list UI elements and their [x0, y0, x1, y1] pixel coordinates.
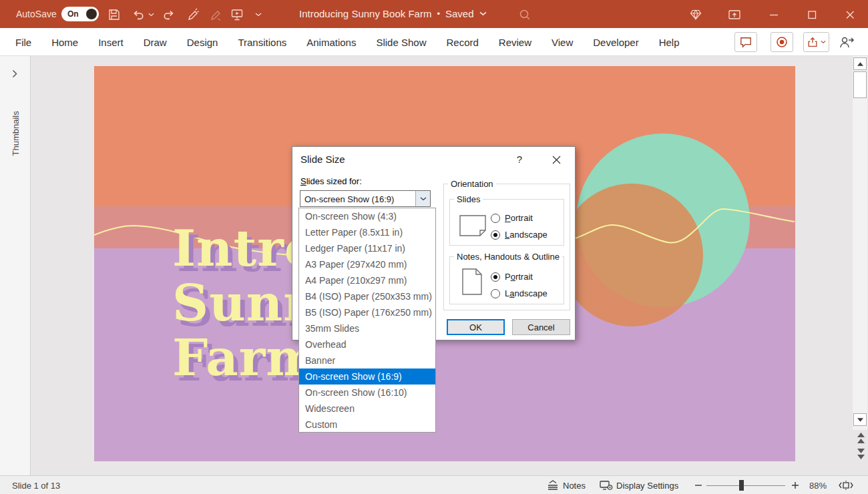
scroll-up-button[interactable] [853, 57, 867, 70]
size-option[interactable]: 35mm Slides [299, 320, 435, 336]
record-button[interactable] [771, 32, 793, 52]
minimize-button[interactable] [767, 7, 781, 22]
minimize-icon [767, 8, 781, 21]
undo-icon [132, 8, 145, 21]
start-slideshow-button[interactable] [230, 7, 244, 22]
title-separator: • [437, 9, 440, 19]
thumbnails-panel-collapsed[interactable]: Thumbnails [0, 56, 31, 475]
ribbon-display-options-button[interactable] [727, 7, 742, 22]
comments-button[interactable] [734, 32, 757, 52]
double-up-icon [857, 433, 865, 438]
tab-view[interactable]: View [541, 37, 583, 48]
orientation-group-label: Orientation [448, 179, 496, 189]
size-option[interactable]: Ledger Paper (11x17 in) [299, 240, 435, 256]
zoom-level[interactable]: 88% [809, 481, 827, 491]
undo-dropdown-chevron-icon[interactable] [146, 7, 156, 22]
size-option[interactable]: Letter Paper (8.5x11 in) [299, 224, 435, 240]
tab-slide-show[interactable]: Slide Show [366, 37, 436, 48]
slide-size-listbox[interactable]: On-screen Show (4:3)Letter Paper (8.5x11… [298, 208, 436, 433]
autosave-toggle[interactable]: On [61, 7, 99, 21]
size-option[interactable]: On-screen Show (4:3) [299, 208, 435, 224]
share-icon [807, 36, 819, 48]
tab-developer[interactable]: Developer [583, 37, 648, 48]
slides-sized-for-label: Slides sized for: [300, 176, 362, 186]
size-option[interactable]: B4 (ISO) Paper (250x353 mm) [299, 288, 435, 304]
notes-icon [546, 480, 560, 491]
ok-button[interactable]: OK [447, 319, 505, 335]
fit-slide-to-window-button[interactable] [838, 480, 854, 491]
close-button[interactable] [843, 7, 857, 22]
tab-design[interactable]: Design [177, 37, 228, 48]
size-option[interactable]: B5 (ISO) Paper (176x250 mm) [299, 304, 435, 320]
tab-help[interactable]: Help [649, 37, 690, 48]
share-button[interactable] [803, 32, 829, 52]
slides-landscape-radio[interactable]: Landscape [491, 230, 548, 240]
document-title[interactable]: Introducing Sunny Book Farm • Saved [299, 8, 487, 19]
zoom-in-button[interactable] [790, 480, 801, 491]
zoom-out-button[interactable] [693, 480, 704, 491]
size-option[interactable]: On-screen Show (16:10) [299, 385, 435, 401]
ink-replay-button[interactable] [186, 7, 200, 22]
redo-icon [162, 8, 176, 21]
size-option[interactable]: A4 Paper (210x297 mm) [299, 272, 435, 288]
display-settings-button[interactable]: Display Settings [600, 476, 678, 494]
save-button[interactable] [107, 7, 122, 22]
previous-slide-button[interactable] [855, 431, 866, 445]
thumbnails-panel-label: Thumbnails [11, 138, 21, 156]
document-title-text: Introducing Sunny Book Farm [299, 8, 431, 19]
notes-button[interactable]: Notes [546, 476, 586, 494]
notes-portrait-radio[interactable]: Portrait [491, 272, 533, 282]
tab-animations[interactable]: Animations [296, 37, 366, 48]
radio-label: Portrait [505, 213, 533, 223]
customize-qat-chevron-icon[interactable] [254, 7, 263, 22]
cancel-button[interactable]: Cancel [512, 319, 570, 335]
scrollbar-thumb[interactable] [853, 71, 867, 98]
display-settings-icon [600, 480, 613, 491]
tab-draw[interactable]: Draw [134, 37, 177, 48]
toggle-knob-icon [86, 9, 97, 19]
size-option[interactable]: Custom [299, 417, 435, 433]
redo-button[interactable] [162, 7, 176, 22]
dialog-help-button[interactable]: ? [513, 154, 526, 165]
dialog-close-button[interactable] [548, 152, 564, 167]
expand-thumbnails-chevron-icon[interactable] [12, 69, 17, 78]
close-icon [843, 8, 857, 21]
size-option[interactable]: Banner [299, 352, 435, 368]
ribbon-tab-bar: FileHomeInsertDrawDesignTransitionsAnima… [0, 28, 868, 56]
presenter-coach-button[interactable] [835, 33, 858, 51]
notes-landscape-radio[interactable]: Landscape [491, 288, 548, 298]
premium-diamond-icon[interactable] [688, 7, 703, 22]
radio-icon [491, 272, 500, 282]
vertical-scrollbar[interactable] [853, 56, 867, 430]
size-option[interactable]: Overhead [299, 336, 435, 352]
landscape-page-icon [459, 215, 486, 236]
radio-label: Landscape [505, 230, 548, 240]
tab-file[interactable]: File [5, 37, 41, 48]
notes-label: Notes [563, 481, 586, 491]
tab-home[interactable]: Home [41, 37, 88, 48]
tab-review[interactable]: Review [489, 37, 541, 48]
size-option[interactable]: A3 Paper (297x420 mm) [299, 256, 435, 272]
scroll-down-button[interactable] [853, 413, 867, 426]
person-arrow-icon [839, 35, 855, 49]
ribbon-display-icon [728, 8, 741, 21]
zoom-slider-track[interactable] [706, 485, 785, 486]
notes-group-label: Notes, Handouts & Outline [454, 252, 562, 262]
maximize-button[interactable] [805, 7, 819, 22]
size-option[interactable]: On-screen Show (16:9) [299, 368, 435, 385]
dialog-title: Slide Size [300, 154, 345, 165]
slides-group-label: Slides [454, 194, 483, 204]
next-slide-button[interactable] [855, 447, 866, 461]
combobox-dropdown-button[interactable] [415, 191, 430, 206]
slides-portrait-radio[interactable]: Portrait [491, 213, 533, 223]
tab-transitions[interactable]: Transitions [228, 37, 296, 48]
zoom-slider-handle[interactable] [739, 480, 744, 491]
tab-record[interactable]: Record [436, 37, 488, 48]
search-icon[interactable] [517, 7, 532, 22]
status-bar: Slide 1 of 13 Notes Display Settings 88% [0, 475, 868, 494]
undo-button[interactable] [131, 7, 146, 22]
slide-size-combobox[interactable]: On-screen Show (16:9) [300, 190, 431, 207]
size-option[interactable]: Widescreen [299, 401, 435, 417]
tab-insert[interactable]: Insert [88, 37, 134, 48]
minus-icon [694, 481, 702, 489]
